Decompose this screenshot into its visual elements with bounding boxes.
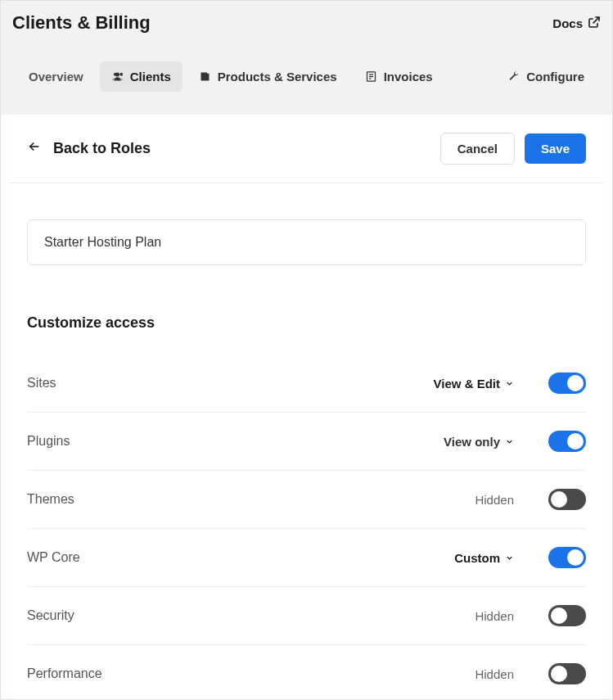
access-value-text: Hidden: [475, 609, 514, 623]
tab-label: Clients: [130, 70, 171, 84]
toggle-performance[interactable]: [548, 663, 586, 684]
access-value-performance: Hidden: [475, 667, 514, 681]
invoice-icon: [365, 70, 377, 83]
access-dropdown-wpcore[interactable]: Custom: [454, 551, 514, 565]
toggle-knob: [567, 433, 584, 449]
access-value-text: View & Edit: [434, 377, 500, 391]
box-icon: [199, 70, 211, 83]
access-value-themes: Hidden: [475, 493, 514, 507]
users-icon: [111, 70, 124, 83]
tab-overview[interactable]: Overview: [17, 61, 95, 92]
back-to-roles-link[interactable]: Back to Roles: [27, 139, 151, 158]
page-title: Clients & Billing: [12, 12, 151, 34]
main-card: Back to Roles Cancel Save Customize acce…: [9, 115, 604, 700]
access-row-performance: Performance Hidden: [27, 645, 586, 700]
access-label: Themes: [27, 492, 475, 507]
save-button[interactable]: Save: [525, 133, 586, 164]
arrow-left-icon: [27, 139, 42, 158]
access-label: Security: [27, 608, 475, 623]
plan-name-input[interactable]: [27, 219, 586, 265]
toggle-knob: [567, 549, 584, 566]
docs-link[interactable]: Docs: [552, 16, 601, 31]
cancel-button[interactable]: Cancel: [440, 133, 515, 165]
toggle-themes[interactable]: [548, 489, 586, 510]
toggle-security[interactable]: [548, 605, 586, 626]
access-label: Sites: [27, 376, 434, 391]
toggle-knob: [551, 607, 567, 624]
card-body: Customize access Sites View & Edit Plugi…: [9, 183, 604, 700]
chevron-down-icon: [505, 553, 514, 562]
toggle-knob: [567, 375, 584, 391]
toggle-knob: [551, 491, 567, 508]
card-header: Back to Roles Cancel Save: [9, 115, 604, 183]
access-value-text: View only: [444, 435, 500, 449]
external-link-icon: [588, 16, 601, 31]
header-region: Clients & Billing Docs Overview Clients …: [1, 1, 612, 115]
access-row-themes: Themes Hidden: [27, 471, 586, 529]
tab-label: Overview: [29, 70, 83, 84]
chevron-down-icon: [505, 379, 514, 388]
access-value-text: Hidden: [475, 667, 514, 681]
tab-configure[interactable]: Configure: [496, 61, 596, 92]
access-label: Performance: [27, 666, 475, 681]
access-value-security: Hidden: [475, 609, 514, 623]
toggle-plugins[interactable]: [548, 431, 586, 452]
chevron-down-icon: [505, 437, 514, 446]
access-label: WP Core: [27, 550, 454, 565]
access-row-sites: Sites View & Edit: [27, 355, 586, 413]
access-dropdown-sites[interactable]: View & Edit: [434, 377, 514, 391]
toggle-wpcore[interactable]: [548, 547, 586, 568]
access-row-plugins: Plugins View only: [27, 413, 586, 471]
tab-invoices[interactable]: Invoices: [354, 61, 444, 92]
docs-link-label: Docs: [552, 16, 583, 30]
tab-clients[interactable]: Clients: [100, 61, 183, 92]
access-value-text: Hidden: [475, 493, 514, 507]
access-row-wpcore: WP Core Custom: [27, 529, 586, 587]
wrench-icon: [507, 70, 520, 83]
tab-products[interactable]: Products & Services: [187, 61, 349, 92]
access-row-security: Security Hidden: [27, 587, 586, 645]
toggle-knob: [551, 666, 567, 682]
tab-label: Invoices: [384, 70, 433, 84]
back-link-label: Back to Roles: [53, 140, 151, 157]
tab-label: Products & Services: [218, 70, 337, 84]
access-label: Plugins: [27, 434, 444, 449]
tab-label: Configure: [526, 70, 584, 84]
access-list: Sites View & Edit Plugins View only Them…: [27, 355, 586, 700]
toggle-sites[interactable]: [548, 373, 586, 394]
tabs: Overview Clients Products & Services Inv…: [12, 45, 601, 115]
section-title: Customize access: [27, 314, 586, 332]
access-dropdown-plugins[interactable]: View only: [444, 435, 514, 449]
access-value-text: Custom: [454, 551, 500, 565]
header-top: Clients & Billing Docs: [12, 12, 601, 45]
